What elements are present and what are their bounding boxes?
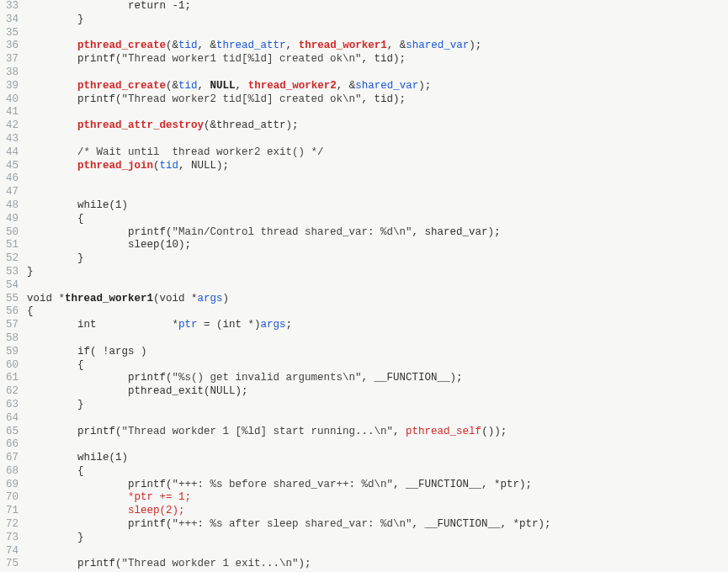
line-number: 33 [0,0,19,13]
code-token: while(1) [77,452,128,463]
code-token: tid [178,40,198,51]
line-number: 35 [0,27,19,40]
code-line [27,412,551,426]
line-number: 70 [0,491,19,505]
code-token: } [77,13,84,25]
line-number: 61 [0,372,19,385]
code-line: printf("Thread worker1 tid[%ld] created … [27,53,551,66]
code-token: shared_var [406,40,469,51]
code-token: ; [286,319,293,331]
line-number: 37 [0,53,19,66]
code-line: printf("Thread workder 1 [%ld] start run… [27,426,551,439]
code-token: tid [160,160,179,172]
code-token: } [77,532,84,543]
code-token: "%s() get invalid arguments\n" [173,372,362,384]
code-token: thread_attr [216,40,286,51]
code-line: } [27,13,551,27]
code-token: { [77,359,84,371]
line-number: 59 [0,346,19,359]
code-line: printf("Main/Control thread shared_var: … [27,226,551,240]
line-number: 54 [0,279,19,293]
line-number: 51 [0,239,19,252]
code-token: , __FUNCTION__); [362,372,463,384]
line-number: 42 [0,119,19,133]
code-line: *ptr += 1; [27,491,551,505]
code-token: } [77,252,84,264]
code-token: } [77,399,84,410]
code-token: /* Wait until thread worker2 exit() */ [77,146,324,158]
code-line: pthread_attr_destroy(&thread_attr); [27,119,551,133]
code-token: pthread_attr_destroy [77,119,204,131]
code-token: pthread_join [77,160,153,172]
code-token: "Thread worker1 tid[%ld] created ok\n" [122,53,362,65]
code-token: , & [198,40,217,51]
line-number: 75 [0,558,19,571]
code-line: { [27,305,551,319]
line-number: 44 [0,146,19,160]
code-token: pthread_self [406,426,481,437]
code-token: printf( [77,426,122,437]
code-line: pthread_create(&tid, NULL, thread_worker… [27,80,551,93]
code-token: sleep(2); [128,505,185,516]
code-token: printf( [128,479,173,490]
code-token: sleep(10); [128,239,191,251]
source-pane: return -1; } pthread_create(&tid, &threa… [25,0,551,571]
code-token: , & [387,40,407,51]
code-token: shared_var [355,80,418,92]
code-line [27,172,551,186]
code-line: { [27,465,551,479]
line-number: 41 [0,106,19,119]
line-number: 39 [0,80,19,93]
code-token: "Thread workder 1 [%ld] start running...… [122,426,394,437]
code-token: "Main/Control thread shared_var: %d\n" [173,226,412,238]
code-token: printf( [128,226,173,238]
code-token: "Thread worker2 tid[%ld] created ok\n" [122,93,362,105]
code-token: printf( [128,372,173,384]
code-token: ( [153,160,160,172]
code-line: printf("+++: %s before shared_var++: %d\… [27,479,551,492]
code-token: ) [223,293,230,305]
line-number: 63 [0,399,19,412]
code-token: ptr [178,319,198,331]
code-line: sleep(10); [27,239,551,252]
code-line [27,66,551,80]
code-token: (void * [153,293,198,305]
code-token: *ptr += 1; [128,491,191,503]
code-line: } [27,266,551,279]
code-token: printf( [128,518,173,530]
line-number: 56 [0,305,19,319]
code-line: } [27,399,551,412]
code-line: while(1) [27,199,551,213]
line-number: 34 [0,13,19,27]
line-number: 72 [0,518,19,532]
code-token: , [286,40,299,51]
code-token: printf( [77,558,122,569]
line-number: 69 [0,479,19,492]
code-line [27,332,551,346]
line-number: 67 [0,452,19,465]
code-line: pthread_join(tid, NULL); [27,160,551,173]
code-line: printf("+++: %s after sleep shared_var: … [27,518,551,532]
line-number: 55 [0,293,19,306]
line-number: 74 [0,545,19,559]
line-number: 53 [0,266,19,279]
code-token: , & [337,80,356,92]
code-line: sleep(2); [27,505,551,518]
code-line: while(1) [27,452,551,465]
code-token: ); [299,558,311,569]
line-number: 65 [0,426,19,439]
code-token: , tid); [362,93,407,105]
line-number: 50 [0,226,19,240]
code-token: while(1) [77,199,128,211]
code-token: ); [469,40,481,51]
code-token: args [261,319,286,331]
code-line: printf("%s() get invalid arguments\n", _… [27,372,551,385]
code-line: } [27,252,551,266]
code-token: , [236,80,248,92]
line-number: 66 [0,438,19,452]
code-token: "+++: %s after sleep shared_var: %d\n" [173,518,412,530]
code-token: (& [166,40,178,51]
code-token: , NULL); [178,160,229,172]
line-number: 60 [0,359,19,373]
line-number: 36 [0,40,19,53]
